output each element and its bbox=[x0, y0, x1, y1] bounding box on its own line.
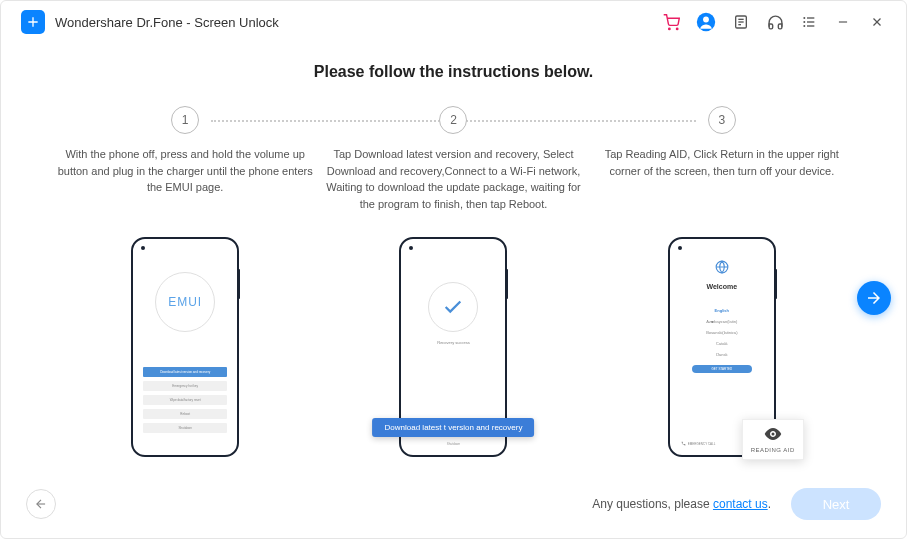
emui-logo: EMUI bbox=[155, 272, 215, 332]
arrow-right-icon bbox=[865, 289, 883, 307]
page-heading: Please follow the instructions below. bbox=[51, 63, 856, 81]
svg-rect-11 bbox=[807, 21, 814, 22]
emui-btn: Wipe data/factory reset bbox=[143, 395, 227, 405]
recovery-success-text: Recovery success bbox=[404, 340, 502, 345]
step-text: Tap Reading AID, Click Return in the upp… bbox=[588, 146, 856, 179]
emui-btn-primary: Download latest version and recovery bbox=[143, 367, 227, 377]
get-started-btn: GET STARTED bbox=[692, 365, 752, 373]
notes-icon[interactable] bbox=[732, 13, 750, 31]
lang-item: English bbox=[673, 308, 771, 313]
welcome-title: Welcome bbox=[673, 283, 771, 290]
emui-btn: Shutdown bbox=[143, 423, 227, 433]
reading-aid-popup: READING AID bbox=[742, 419, 804, 460]
svg-point-12 bbox=[803, 25, 805, 27]
eye-icon bbox=[764, 428, 782, 440]
step-number: 3 bbox=[708, 106, 736, 134]
close-icon[interactable] bbox=[868, 13, 886, 31]
lang-item: Azərbaycan(latin) bbox=[673, 319, 771, 324]
phone2-footer: Shutdown bbox=[404, 442, 502, 446]
checkmark-icon bbox=[428, 282, 478, 332]
svg-point-8 bbox=[803, 17, 805, 19]
arrow-left-icon bbox=[34, 497, 48, 511]
step-number: 2 bbox=[439, 106, 467, 134]
minimize-icon[interactable] bbox=[834, 13, 852, 31]
float-next-button[interactable] bbox=[857, 281, 891, 315]
contact-us-link[interactable]: contact us bbox=[713, 497, 768, 511]
reading-aid-label: READING AID bbox=[751, 447, 795, 453]
menu-icon[interactable] bbox=[800, 13, 818, 31]
download-tooltip: Download latest t version and recovery bbox=[373, 418, 535, 437]
svg-rect-13 bbox=[807, 25, 814, 26]
app-logo-icon bbox=[21, 10, 45, 34]
step-text: With the phone off, press and hold the v… bbox=[51, 146, 319, 196]
svg-point-0 bbox=[668, 28, 669, 29]
phone-illustration-welcome: Welcome English Azərbaycan(latin) Bosans… bbox=[668, 237, 776, 457]
language-list: English Azərbaycan(latin) Bosanski(latin… bbox=[673, 308, 771, 357]
svg-rect-9 bbox=[807, 17, 814, 18]
user-icon[interactable] bbox=[696, 12, 716, 32]
svg-point-10 bbox=[803, 21, 805, 23]
app-title: Wondershare Dr.Fone - Screen Unlock bbox=[55, 15, 662, 30]
svg-point-19 bbox=[771, 433, 774, 436]
lang-item: Bosanski(latinica) bbox=[673, 330, 771, 335]
emergency-call: EMERGENCY CALL bbox=[681, 441, 716, 446]
next-button[interactable]: Next bbox=[791, 488, 881, 520]
svg-point-3 bbox=[703, 17, 709, 23]
globe-icon bbox=[673, 260, 771, 278]
step-text: Tap Download latest version and recovery… bbox=[319, 146, 587, 212]
emui-btn: Reboot bbox=[143, 409, 227, 419]
svg-point-1 bbox=[676, 28, 677, 29]
lang-item: Català bbox=[673, 341, 771, 346]
phone-illustration-emui: EMUI Download latest version and recover… bbox=[131, 237, 239, 457]
footer-question: Any questions, please contact us. bbox=[592, 497, 771, 511]
phone-illustration-recovery: Recovery success Shutdown Download lates… bbox=[399, 237, 507, 457]
cart-icon[interactable] bbox=[662, 13, 680, 31]
headset-icon[interactable] bbox=[766, 13, 784, 31]
lang-item: Dansk bbox=[673, 352, 771, 357]
back-button[interactable] bbox=[26, 489, 56, 519]
step-number: 1 bbox=[171, 106, 199, 134]
emui-btn: Emergency hot key bbox=[143, 381, 227, 391]
